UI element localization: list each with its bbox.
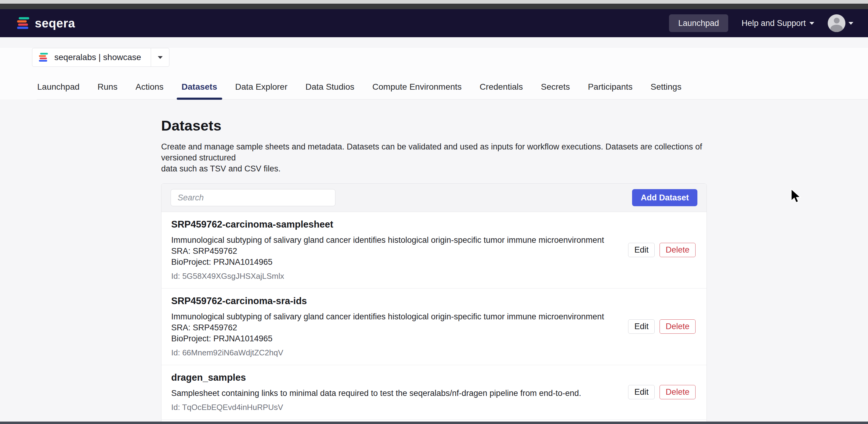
tab-credentials[interactable]: Credentials <box>479 82 524 99</box>
tab-data-explorer[interactable]: Data Explorer <box>235 82 288 99</box>
dataset-name: dragen_samples <box>171 372 581 384</box>
tab-actions[interactable]: Actions <box>135 82 164 99</box>
seqera-logo[interactable]: seqera <box>17 16 75 30</box>
tab-compute-environments[interactable]: Compute Environments <box>372 82 462 99</box>
dataset-description: Samplesheet containing links to minimal … <box>171 388 581 399</box>
search-input[interactable] <box>170 189 335 206</box>
dataset-row: dragen_samples Samplesheet containing li… <box>161 365 707 419</box>
workspace-label: seqeralabs | showcase <box>54 53 141 62</box>
dataset-id: Id: TqOcEbEQEvd4inHuRPUsV <box>171 402 581 412</box>
browser-chrome-strip-dark <box>0 4 868 9</box>
tab-runs[interactable]: Runs <box>97 82 118 99</box>
tab-launchpad[interactable]: Launchpad <box>37 82 80 99</box>
dataset-id: Id: 5G58X49XGsgJHSXajLSmlx <box>171 271 616 281</box>
workspace-logo-icon <box>38 52 49 63</box>
dataset-name: SRP459762-carcinoma-sra-ids <box>171 295 616 307</box>
launchpad-button[interactable]: Launchpad <box>669 14 728 32</box>
help-and-support-label: Help and Support <box>742 19 806 28</box>
user-icon <box>834 18 840 24</box>
page-title: Datasets <box>161 117 707 134</box>
chevron-down-icon <box>848 22 854 25</box>
dataset-row: SRP459762-carcinoma-samplesheet Immunolo… <box>161 212 707 288</box>
avatar <box>828 14 845 32</box>
delete-button[interactable]: Delete <box>659 319 695 334</box>
dataset-name: SRP459762-carcinoma-samplesheet <box>171 219 616 230</box>
workspace-dropdown-toggle[interactable] <box>151 48 169 66</box>
page-description: Create and manage sample sheets and meta… <box>161 141 707 174</box>
help-and-support-menu[interactable]: Help and Support <box>742 19 814 28</box>
datasets-toolbar: Add Dataset <box>161 184 707 212</box>
edit-button[interactable]: Edit <box>628 243 655 257</box>
tab-secrets[interactable]: Secrets <box>540 82 570 99</box>
dataset-description: Immunological subtyping of salivary glan… <box>171 311 616 344</box>
workspace-header: seqeralabs | showcase Launchpad Runs Act… <box>0 48 868 99</box>
chevron-down-icon <box>158 56 163 59</box>
browser-chrome-strip-bottom <box>0 422 868 424</box>
screen: seqera Launchpad Help and Support <box>0 0 868 424</box>
delete-button[interactable]: Delete <box>659 243 695 257</box>
edit-button[interactable]: Edit <box>628 319 655 334</box>
seqera-logo-icon <box>17 16 31 30</box>
browser-chrome-strip <box>0 0 868 4</box>
user-menu[interactable] <box>828 14 854 32</box>
tab-settings[interactable]: Settings <box>650 82 682 99</box>
workspace-selector[interactable]: seqeralabs | showcase <box>32 48 169 67</box>
dataset-row: SRP459762-carcinoma-sra-ids Immunologica… <box>161 288 707 365</box>
tab-datasets[interactable]: Datasets <box>181 82 218 99</box>
add-dataset-button[interactable]: Add Dataset <box>632 189 698 206</box>
datasets-panel: Add Dataset SRP459762-carcinoma-samplesh… <box>161 183 707 424</box>
dataset-description: Immunological subtyping of salivary glan… <box>171 235 616 267</box>
tab-participants[interactable]: Participants <box>587 82 633 99</box>
brand-text: seqera <box>35 17 75 30</box>
edit-button[interactable]: Edit <box>628 385 655 399</box>
chevron-down-icon <box>809 22 814 25</box>
workspace-tabs: Launchpad Runs Actions Datasets Data Exp… <box>37 82 868 99</box>
tab-data-studios[interactable]: Data Studios <box>305 82 355 99</box>
dataset-id: Id: 66Mnem92iN6aWdjtZC2hqV <box>171 348 616 358</box>
top-navbar: seqera Launchpad Help and Support <box>0 9 868 37</box>
delete-button[interactable]: Delete <box>659 385 695 399</box>
main-area: Datasets Create and manage sample sheets… <box>0 99 868 424</box>
